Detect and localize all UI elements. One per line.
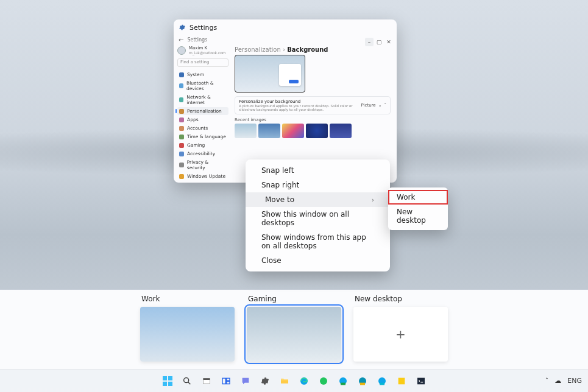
nav-icon <box>179 126 184 131</box>
svg-rect-2 <box>168 376 172 380</box>
minimize-button[interactable]: – <box>365 38 374 46</box>
tray-overflow-button[interactable]: ˄ <box>545 377 549 385</box>
svg-rect-19 <box>360 382 365 385</box>
ctx-item-show-this-window-on-all-desktops[interactable]: Show this window on all desktops <box>246 207 390 230</box>
nav-item-accounts[interactable]: Accounts <box>177 124 228 132</box>
recent-images-label: Recent images <box>235 117 391 122</box>
nav-icon <box>179 143 184 148</box>
nav-item-privacy-security[interactable]: Privacy & security <box>177 158 228 172</box>
nav-icon <box>179 135 184 139</box>
svg-rect-13 <box>281 380 288 383</box>
window-controls: – ▢ ✕ <box>365 38 393 46</box>
recent-thumb[interactable] <box>282 124 304 138</box>
profile[interactable]: Maxim K m_iak@outlook.com <box>177 46 228 55</box>
edge-beta-icon[interactable] <box>335 373 352 390</box>
nav-icon <box>179 174 184 179</box>
chevron-down-icon: ⌄ <box>378 103 382 108</box>
svg-line-6 <box>188 382 190 384</box>
back-button[interactable]: ← <box>179 37 183 43</box>
context-menu: Snap leftSnap rightMove to›Show this win… <box>246 159 390 271</box>
language-indicator[interactable]: ENG <box>567 377 582 385</box>
maximize-button[interactable]: ▢ <box>375 38 383 46</box>
recent-thumb[interactable] <box>258 124 280 138</box>
explorer-icon[interactable] <box>198 373 215 390</box>
nav-item-windows-update[interactable]: Windows Update <box>177 172 228 180</box>
avatar <box>177 46 186 55</box>
ctx-item-close[interactable]: Close <box>246 253 390 268</box>
nav-icon <box>179 163 184 167</box>
chat-icon[interactable] <box>237 373 254 390</box>
ctx-sub-new-desktop[interactable]: New desktop <box>388 205 448 228</box>
task-view-button[interactable] <box>218 373 235 390</box>
recent-thumb[interactable] <box>306 124 328 138</box>
nav-label: Gaming <box>187 142 205 148</box>
svg-rect-21 <box>380 382 384 385</box>
settings-taskbar-icon[interactable] <box>257 373 274 390</box>
nav-label: Personalization <box>187 108 222 114</box>
titlebar[interactable]: Settings <box>174 19 397 35</box>
card-title: Personalize your background <box>239 99 361 104</box>
nav-label: Accessibility <box>187 151 215 156</box>
nav-item-time-language[interactable]: Time & language <box>177 133 228 141</box>
nav-item-system[interactable]: System <box>177 71 228 79</box>
chevron-right-icon: › <box>372 197 374 203</box>
desktop-thumb[interactable] <box>140 307 235 362</box>
start-button[interactable] <box>159 373 176 390</box>
nav-item-apps[interactable]: Apps <box>177 116 228 124</box>
breadcrumb-parent[interactable]: Personalization <box>235 46 281 53</box>
svg-point-5 <box>183 377 188 382</box>
background-type-select[interactable]: Picture ⌄ ˄ <box>361 103 386 108</box>
recent-images <box>235 124 391 138</box>
ctx-item-snap-left[interactable]: Snap left <box>246 163 390 178</box>
pinned-app-icon[interactable] <box>393 373 410 390</box>
nav-label: Apps <box>187 117 199 122</box>
ctx-item-move-to[interactable]: Move to› <box>246 192 390 207</box>
recent-thumb[interactable] <box>330 124 352 138</box>
recent-thumb[interactable] <box>235 124 257 138</box>
new-desktop-button[interactable]: + <box>353 307 448 362</box>
search-button[interactable] <box>179 373 196 390</box>
desktop-gaming[interactable]: Gaming <box>247 295 341 369</box>
svg-rect-4 <box>168 382 172 386</box>
desktop-new-desktop[interactable]: New desktop+ <box>353 295 448 369</box>
desktops-strip: WorkGamingNew desktop+ <box>0 290 588 369</box>
app-icon[interactable] <box>315 373 332 390</box>
nav-item-network-internet[interactable]: Network & internet <box>177 93 228 107</box>
nav-icon <box>179 152 184 156</box>
personalize-card[interactable]: Personalize your background A picture ba… <box>235 96 391 114</box>
svg-rect-11 <box>226 381 229 383</box>
svg-point-15 <box>320 377 327 385</box>
terminal-icon[interactable] <box>413 373 430 390</box>
ctx-sub-work[interactable]: Work <box>388 190 448 205</box>
nav-item-bluetooth-devices[interactable]: Bluetooth & devices <box>177 79 228 93</box>
desktop-work[interactable]: Work <box>140 295 235 369</box>
svg-rect-8 <box>203 378 210 380</box>
nav-label: Windows Update <box>187 173 225 179</box>
breadcrumb: Personalization › Background <box>235 46 391 53</box>
nav-icon <box>179 97 183 102</box>
svg-rect-23 <box>417 377 425 384</box>
nav-item-gaming[interactable]: Gaming <box>177 141 228 149</box>
file-explorer-icon[interactable] <box>276 373 293 390</box>
svg-rect-17 <box>341 382 345 385</box>
close-button[interactable]: ✕ <box>384 38 393 46</box>
desktop-thumb[interactable] <box>247 307 341 362</box>
edge-icon[interactable] <box>296 373 313 390</box>
breadcrumb-current: Background <box>287 46 328 53</box>
svg-rect-9 <box>222 378 225 383</box>
svg-rect-10 <box>226 378 229 380</box>
search-input[interactable]: Find a setting <box>177 58 228 67</box>
ctx-item-snap-right[interactable]: Snap right <box>246 178 390 192</box>
nav-item-accessibility[interactable]: Accessibility <box>177 150 228 158</box>
nav-label: Time & language <box>187 134 226 139</box>
onedrive-icon[interactable]: ☁ <box>554 377 561 385</box>
nav-label: Network & internet <box>186 94 227 105</box>
nav-label: Bluetooth & devices <box>186 80 227 91</box>
nav-label: System <box>187 72 204 77</box>
edge-canary-icon[interactable] <box>374 373 391 390</box>
nav-item-personalization[interactable]: Personalization <box>177 107 228 115</box>
subheader: Settings <box>187 37 207 43</box>
edge-dev-icon[interactable] <box>354 373 371 390</box>
nav-label: Accounts <box>187 125 208 131</box>
ctx-item-show-windows-from-this-app-on-all-desktops[interactable]: Show windows from this app on all deskto… <box>246 230 390 253</box>
